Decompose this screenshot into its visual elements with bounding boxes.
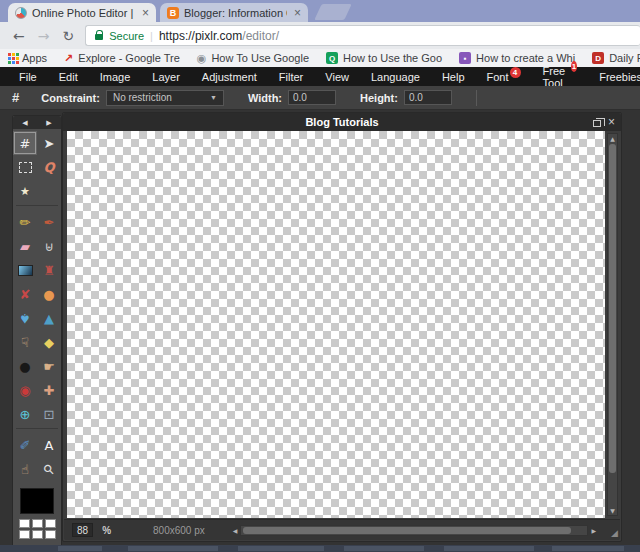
secure-label: Secure	[109, 30, 144, 42]
collapse-left-icon[interactable]: ◀	[22, 119, 27, 127]
empty-tool-slot	[37, 179, 61, 203]
menu-file[interactable]: File	[8, 71, 48, 83]
marquee-icon	[19, 162, 32, 173]
back-icon[interactable]: ←	[13, 28, 25, 44]
tool-grid: ✐ A ☝ ⚲	[13, 431, 61, 481]
pencil-tool[interactable]: ✏	[13, 210, 37, 234]
menu-view[interactable]: View	[314, 71, 360, 83]
dodge-hand-icon: ☛	[43, 360, 55, 373]
blur-tool[interactable]: ♠	[13, 306, 37, 330]
height-label: Height:	[360, 92, 398, 104]
constraint-dropdown[interactable]: No restriction ▼	[106, 90, 224, 106]
pinch-tool[interactable]: ⊡	[37, 402, 61, 426]
eraser-icon: ▰	[20, 240, 30, 253]
forward-icon: →	[38, 28, 50, 44]
height-field[interactable]	[404, 90, 452, 105]
menu-free-tool[interactable]: Free Tool1	[532, 65, 589, 89]
menu-help[interactable]: Help	[431, 71, 476, 83]
pixlr-menu-bar: File Edit Image Layer Adjustment Filter …	[0, 67, 640, 86]
menu-font[interactable]: Font4	[476, 71, 532, 83]
menu-adjustment[interactable]: Adjustment	[191, 71, 268, 83]
bookmark-label: Apps	[22, 52, 47, 64]
collapse-right-icon[interactable]: ▶	[46, 119, 51, 127]
vertical-scroll-thumb[interactable]	[609, 144, 616, 473]
scroll-right-icon[interactable]: ▶	[591, 527, 596, 534]
pixlr-editor-app: Online Photo Editor | Pixl × B Blogger: …	[0, 0, 640, 552]
gradient-tool[interactable]	[13, 258, 37, 282]
color-cell	[32, 519, 43, 528]
width-field[interactable]	[288, 90, 336, 105]
type-tool[interactable]: A	[37, 433, 61, 457]
apps-grid-icon	[8, 53, 11, 56]
bookmark-how-to-use-the-goo[interactable]: Q How to Use the Goo	[326, 52, 442, 64]
hand-tool[interactable]: ☝	[13, 457, 37, 481]
wand-tool[interactable]: ★	[13, 179, 37, 203]
reload-icon[interactable]: ↻	[62, 28, 74, 44]
heal-tool[interactable]: ✚	[37, 378, 61, 402]
menu-edit[interactable]: Edit	[48, 71, 89, 83]
scroll-left-icon[interactable]: ◀	[233, 527, 238, 534]
bookmark-apps[interactable]: Apps	[8, 52, 47, 64]
menu-label: Adjustment	[202, 71, 257, 83]
red-eye-tool[interactable]: ◉	[13, 378, 37, 402]
bookmark-daily-post[interactable]: D Daily Post - Nigeria	[592, 52, 640, 64]
tab-close-icon[interactable]: ×	[294, 6, 301, 20]
pixlr-favicon-icon	[15, 7, 27, 19]
clone-stamp-tool[interactable]: ♜	[37, 258, 61, 282]
color-cell	[19, 530, 30, 539]
resize-grip-icon[interactable]: ◢	[611, 529, 618, 538]
smudge-tool[interactable]: ☟	[13, 330, 37, 354]
zoom-tool[interactable]: ⚲	[37, 457, 61, 481]
move-tool[interactable]: ➤	[37, 131, 61, 155]
menu-label: Free Tool	[543, 65, 570, 89]
burn-tool[interactable]: ●	[13, 354, 37, 378]
brush-tool[interactable]: ✒	[37, 210, 61, 234]
horizontal-scroll-thumb[interactable]	[243, 527, 571, 534]
menu-layer[interactable]: Layer	[141, 71, 191, 83]
marquee-tool[interactable]	[13, 155, 37, 179]
clone-stamp-icon: ♜	[43, 264, 55, 277]
sharpen-tool[interactable]: ▲	[37, 306, 61, 330]
bucket-tool[interactable]: ⊎	[37, 234, 61, 258]
url-separator: |	[150, 30, 153, 42]
green-q-favicon-icon: Q	[326, 52, 338, 64]
menu-image[interactable]: Image	[89, 71, 142, 83]
scroll-down-icon[interactable]: ▼	[608, 507, 617, 514]
sponge-tool[interactable]: ◆	[37, 330, 61, 354]
width-label: Width:	[248, 92, 282, 104]
dodge-tool[interactable]: ☛	[37, 354, 61, 378]
url-path: /editor/	[242, 29, 279, 43]
tab-blogger[interactable]: B Blogger: Information Guid ×	[160, 3, 308, 22]
zoom-level-field[interactable]: 88	[72, 523, 93, 537]
bookmark-how-to-create[interactable]: ▪ How to create a Whi	[459, 52, 575, 64]
crop-tool[interactable]: #	[13, 131, 37, 155]
menu-language[interactable]: Language	[360, 71, 431, 83]
close-window-icon[interactable]: ×	[608, 116, 615, 128]
bookmark-label: How to create a Whi	[476, 52, 575, 64]
tab-close-icon[interactable]: ×	[142, 6, 149, 20]
bloat-tool[interactable]: ⊕	[13, 402, 37, 426]
tool-divider	[16, 428, 58, 429]
menu-freebies[interactable]: Freebies2	[588, 71, 640, 83]
constraint-value: No restriction	[113, 92, 172, 103]
lasso-tool[interactable]: Q	[37, 155, 61, 179]
scroll-up-icon[interactable]: ▲	[608, 135, 617, 142]
color-picker-tool[interactable]: ✐	[13, 433, 37, 457]
address-bar[interactable]: Secure | https://pixlr.com/editor/	[85, 25, 640, 46]
document-title-bar[interactable]: Blog Tutorials	[63, 113, 621, 131]
color-replace-tool[interactable]: ✘	[13, 282, 37, 306]
horizontal-scrollbar[interactable]	[240, 525, 588, 536]
menu-filter[interactable]: Filter	[268, 71, 314, 83]
tab-pixlr[interactable]: Online Photo Editor | Pixl ×	[8, 3, 156, 22]
transparent-canvas[interactable]	[67, 131, 605, 518]
red-d-favicon-icon: D	[592, 52, 604, 64]
vertical-scrollbar[interactable]: ▲ ▼	[607, 133, 618, 516]
drawing-tool[interactable]: ●	[37, 282, 61, 306]
new-tab-button[interactable]	[314, 4, 351, 20]
eraser-tool[interactable]: ▰	[13, 234, 37, 258]
bookmark-google-trends[interactable]: ↗ Explore - Google Tre	[64, 52, 180, 65]
color-switch-grid[interactable]	[13, 519, 61, 539]
main-color-swatch[interactable]	[20, 488, 54, 514]
restore-window-icon[interactable]	[593, 120, 601, 127]
bookmark-how-to-use-google[interactable]: ◉ How To Use Google	[197, 52, 309, 65]
